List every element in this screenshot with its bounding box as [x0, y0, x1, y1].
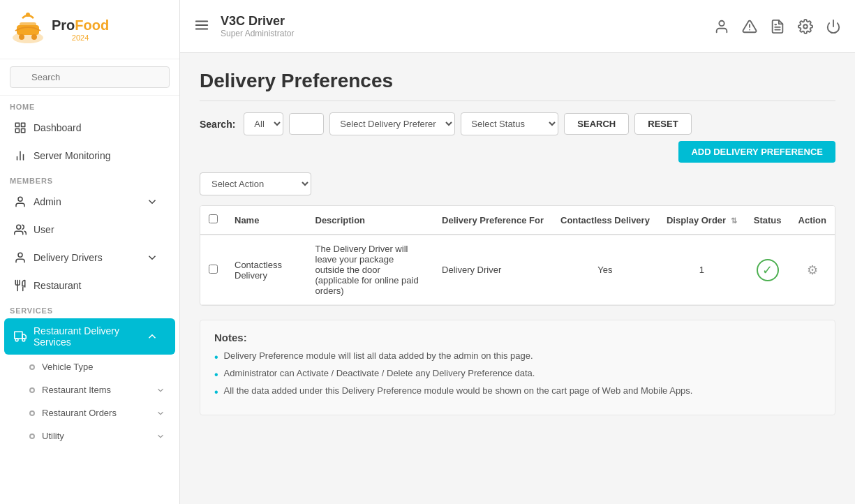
- row-dpf: Delivery Driver: [442, 265, 501, 275]
- svg-point-3: [19, 34, 24, 40]
- sidebar-item-label-restaurant: Restaurant: [34, 280, 81, 291]
- select-all-checkbox[interactable]: [209, 214, 218, 223]
- sidebar-sub-item-label-utility: Utility: [42, 431, 64, 441]
- svg-point-16: [17, 225, 21, 229]
- row-do: 1: [699, 265, 704, 275]
- grid-icon: [14, 121, 27, 134]
- col-display-order: Display Order ⇅: [658, 206, 745, 235]
- search-text-input[interactable]: [289, 113, 324, 135]
- sidebar-item-admin[interactable]: Admin: [4, 188, 175, 215]
- sidebar-item-user[interactable]: User: [4, 216, 175, 243]
- row-description: The Delivery Driver will leave your pack…: [315, 244, 419, 296]
- col-status: Status: [745, 206, 790, 235]
- chevron-down-icon: [146, 195, 158, 208]
- reset-button[interactable]: RESET: [634, 113, 691, 135]
- topbar-subtitle: Super Administrator: [221, 29, 714, 38]
- status-active-badge[interactable]: ✓: [757, 259, 779, 281]
- chevron-down-icon-5: [156, 431, 165, 441]
- svg-point-15: [18, 197, 22, 201]
- sidebar-item-dashboard[interactable]: Dashboard: [4, 114, 175, 141]
- sort-icon[interactable]: ⇅: [731, 216, 737, 225]
- topbar-title: V3C Driver Super Administrator: [221, 14, 714, 38]
- main: V3C Driver Super Administrator Delivery …: [180, 0, 855, 504]
- svg-point-17: [18, 253, 22, 257]
- topbar-heading: V3C Driver: [221, 14, 714, 29]
- alert-icon-button[interactable]: [742, 19, 757, 34]
- row-checkbox-cell: [200, 235, 226, 305]
- bar-chart-icon: [14, 149, 27, 162]
- svg-point-20: [15, 339, 18, 341]
- topbar: V3C Driver Super Administrator: [180, 0, 855, 53]
- sidebar-item-label-rds: Restaurant Delivery Services: [34, 325, 146, 348]
- search-scope-select[interactable]: All: [244, 112, 283, 135]
- row-dpf-cell: Delivery Driver: [433, 235, 552, 305]
- row-do-cell: 1: [658, 235, 745, 305]
- sidebar-sub-item-restaurant-items[interactable]: Restaurant Items: [4, 379, 175, 401]
- dot-icon-2: [29, 387, 35, 393]
- sidebar-sub-item-utility[interactable]: Utility: [4, 425, 175, 447]
- add-delivery-preference-button[interactable]: ADD DELIVERY PREFERENCE: [678, 141, 835, 163]
- sidebar-item-label-admin: Admin: [34, 196, 61, 207]
- settings-icon-button[interactable]: [798, 19, 813, 34]
- dot-icon-4: [29, 433, 35, 439]
- delivery-preferer-select[interactable]: Select Delivery Preferer: [329, 112, 455, 135]
- sidebar-sub-item-restaurant-orders[interactable]: Restaurant Orders: [4, 402, 175, 424]
- dot-icon: [29, 364, 35, 370]
- hamburger-icon: [194, 17, 209, 33]
- page-title: Delivery Preferences: [200, 70, 835, 101]
- svg-rect-10: [15, 129, 19, 133]
- sidebar-sub-item-vehicle-type[interactable]: Vehicle Type: [4, 356, 175, 378]
- sidebar-item-server-monitoring[interactable]: Server Monitoring: [4, 142, 175, 169]
- search-button[interactable]: SEARCH: [564, 113, 629, 135]
- svg-point-4: [31, 34, 37, 40]
- sidebar-item-restaurant-delivery-services[interactable]: Restaurant Delivery Services: [4, 318, 175, 355]
- content-area: Delivery Preferences Search: All Select …: [180, 53, 855, 504]
- user-icon-button[interactable]: [714, 19, 729, 34]
- row-status-cell: ✓: [745, 235, 790, 305]
- logo-icon: [10, 11, 46, 47]
- col-name-label: Name: [235, 215, 259, 225]
- notes-list: Delivery Preference module will list all…: [214, 350, 821, 399]
- services-section-label: SERVICES: [0, 299, 179, 318]
- doc-icon-button[interactable]: [770, 19, 785, 34]
- status-select[interactable]: Select Status: [461, 112, 558, 135]
- notes-title: Notes:: [214, 332, 821, 343]
- search-label: Search:: [200, 119, 235, 130]
- svg-point-5: [26, 13, 30, 17]
- svg-rect-18: [15, 332, 22, 339]
- sidebar-item-label-delivery-drivers: Delivery Drivers: [34, 252, 103, 263]
- action-gear-button[interactable]: ⚙: [807, 263, 818, 277]
- col-name: Name: [226, 206, 307, 235]
- col-cd-label: Contactless Delivery: [560, 215, 650, 225]
- search-bar: Search: All Select Delivery Preferer Sel…: [200, 112, 835, 163]
- sidebar: ProFood 2024 HOME Dashboard Server Monit…: [0, 0, 180, 504]
- people-icon: [14, 223, 27, 236]
- table-header-row: Name Description Delivery Preference For…: [200, 206, 835, 235]
- svg-rect-11: [22, 129, 25, 133]
- sidebar-item-label-server-monitoring: Server Monitoring: [34, 150, 111, 161]
- settings-icon: [798, 19, 813, 34]
- search-input[interactable]: [10, 66, 170, 88]
- col-action-label: Action: [798, 215, 826, 225]
- sidebar-item-delivery-drivers[interactable]: Delivery Drivers: [4, 244, 175, 271]
- person-icon: [14, 195, 27, 208]
- sidebar-item-restaurant[interactable]: Restaurant: [4, 272, 175, 299]
- notes-item-3: All the data added under this Delivery P…: [214, 385, 821, 399]
- topbar-icons: [714, 19, 841, 34]
- members-section-label: MEMBERS: [0, 170, 179, 188]
- row-cd-cell: Yes: [552, 235, 658, 305]
- table-row: Contactless Delivery The Delivery Driver…: [200, 235, 835, 305]
- col-contactless-delivery: Contactless Delivery: [552, 206, 658, 235]
- col-action: Action: [790, 206, 835, 235]
- sidebar-item-label-dashboard: Dashboard: [34, 122, 82, 133]
- row-checkbox[interactable]: [209, 265, 218, 274]
- power-icon-button[interactable]: [826, 19, 841, 34]
- action-select[interactable]: Select Action: [200, 172, 311, 195]
- notes-item-1: Delivery Preference module will list all…: [214, 350, 821, 364]
- menu-toggle-button[interactable]: [194, 17, 209, 35]
- restaurant-icon: [14, 279, 27, 292]
- power-icon: [826, 19, 841, 34]
- notes-item-3-text: All the data added under this Delivery P…: [224, 385, 693, 396]
- notes-item-2-text: Administrator can Activate / Deactivate …: [224, 368, 535, 378]
- col-delivery-preference-for: Delivery Preference For: [433, 206, 552, 235]
